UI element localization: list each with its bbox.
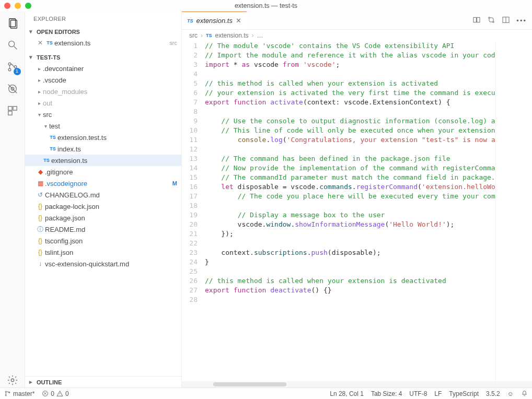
open-editors-label: OPEN EDITORS (37, 29, 80, 35)
svg-line-3 (14, 46, 17, 50)
horizontal-scrollbar[interactable] (182, 381, 532, 388)
scm-activity-icon[interactable]: 1 (5, 60, 20, 74)
workbench: 1 EXPLORER ▾ OPEN EDITORS ✕ TS extension… (0, 11, 532, 388)
git-icon: ◆ (36, 168, 45, 175)
editor-actions: ••• (472, 11, 532, 29)
file-gitignore[interactable]: ◆ .gitignore (25, 166, 181, 178)
file-changelog[interactable]: ↺ CHANGELOG.md (25, 189, 181, 201)
history-file-icon: ↺ (36, 191, 45, 198)
chevron-right-icon: ▸ (36, 66, 43, 72)
markdown-file-icon: ↓ (36, 260, 45, 267)
folder-devcontainer[interactable]: ▸ .devcontainer (25, 63, 181, 74)
chevron-down-icon: ▾ (29, 28, 34, 35)
svg-point-5 (8, 68, 11, 71)
zoom-window-icon[interactable] (25, 3, 31, 9)
encoding-status[interactable]: UTF-8 (409, 390, 427, 397)
svg-rect-10 (8, 107, 11, 110)
svg-point-16 (489, 17, 490, 18)
language-mode-status[interactable]: TypeScript (449, 390, 479, 397)
line-number-gutter: 1234567891011121314151617181920212223242… (182, 41, 205, 381)
chevron-right-icon: ▸ (29, 379, 34, 385)
debug-activity-icon[interactable] (5, 81, 20, 96)
json-file-icon: {} (36, 237, 45, 244)
file-vscodeignore[interactable]: ▦ .vscodeignore M (25, 178, 181, 189)
open-editors-section[interactable]: ▾ OPEN EDITORS (25, 26, 181, 37)
text-editor[interactable]: 1234567891011121314151617181920212223242… (182, 41, 532, 381)
folder-src[interactable]: ▾ src (25, 109, 181, 120)
outline-section[interactable]: ▸ OUTLINE (25, 376, 181, 388)
minimize-window-icon[interactable] (15, 3, 21, 9)
tab-extension-ts[interactable]: TS extension.ts ✕ (182, 11, 247, 29)
svg-point-20 (5, 391, 6, 392)
workspace-section[interactable]: ▾ TEST-TS (25, 52, 181, 63)
svg-point-21 (5, 395, 6, 396)
ts-file-icon: TS (187, 18, 193, 24)
folder-test[interactable]: ▾ test (25, 120, 181, 132)
git-branch-status[interactable]: master* (4, 390, 34, 397)
eol-status[interactable]: LF (434, 390, 442, 397)
more-actions-icon[interactable]: ••• (516, 17, 527, 25)
chevron-down-icon: ▾ (36, 112, 43, 118)
open-editor-desc: src (169, 40, 177, 46)
split-editor-icon[interactable] (502, 16, 510, 26)
chevron-down-icon: ▾ (42, 123, 49, 129)
svg-point-17 (493, 21, 494, 22)
chevron-right-icon: ▸ (36, 89, 43, 95)
close-window-icon[interactable] (4, 3, 10, 9)
breadcrumb-segment[interactable]: extension.ts (215, 32, 249, 39)
folder-out[interactable]: ▸ out (25, 97, 181, 109)
activity-bar: 1 (0, 11, 25, 388)
file-tslint[interactable]: {} tslint.json (25, 247, 181, 258)
warning-count: 0 (65, 390, 69, 397)
extensions-activity-icon[interactable] (5, 103, 20, 118)
editor-group: TS extension.ts ✕ ••• src › TS extension… (182, 11, 532, 388)
feedback-smiley-icon[interactable]: ☺ (507, 390, 514, 397)
scrollbar-thumb[interactable] (213, 382, 286, 386)
chevron-right-icon: ▸ (36, 77, 43, 83)
breadcrumb-segment[interactable]: … (257, 32, 263, 39)
chevron-right-icon: › (201, 32, 203, 39)
breadcrumb[interactable]: src › TS extension.ts › … (182, 30, 532, 41)
file-quickstart[interactable]: ↓ vsc-extension-quickstart.md (25, 258, 181, 269)
file-tsconfig[interactable]: {} tsconfig.json (25, 235, 181, 247)
breadcrumb-segment[interactable]: src (189, 32, 198, 39)
explorer-activity-icon[interactable] (5, 16, 20, 30)
close-tab-icon[interactable]: ✕ (236, 17, 241, 25)
chevron-down-icon: ▾ (29, 54, 34, 61)
compare-changes-icon[interactable] (472, 16, 481, 26)
open-editors-list: ✕ TS extension.ts src (25, 37, 181, 52)
ts-file-icon: TS (42, 158, 51, 163)
search-activity-icon[interactable] (5, 38, 20, 52)
chevron-right-icon: › (252, 32, 254, 39)
indentation-status[interactable]: Tab Size: 4 (371, 390, 402, 397)
git-compare-icon[interactable] (487, 16, 495, 26)
svg-point-2 (8, 41, 14, 47)
close-icon[interactable]: ✕ (36, 39, 45, 46)
file-extension-ts[interactable]: TS extension.ts (25, 155, 181, 166)
tab-label: extension.ts (196, 17, 233, 25)
code-content[interactable]: // The module 'vscode' contains the VS C… (205, 41, 495, 381)
problems-status[interactable]: 0 0 (42, 390, 68, 397)
file-readme[interactable]: ⓘ README.md (25, 224, 181, 235)
scm-badge: 1 (14, 68, 21, 75)
svg-point-4 (8, 63, 11, 65)
window-title: extension.ts — test-ts (0, 2, 532, 9)
folder-vscode[interactable]: ▸ .vscode (25, 74, 181, 86)
ts-file-icon: TS (45, 40, 54, 45)
file-package[interactable]: {} package.json (25, 212, 181, 224)
cursor-position-status[interactable]: Ln 28, Col 1 (330, 390, 364, 397)
status-bar: master* 0 0 Ln 28, Col 1 Tab Size: 4 UTF… (0, 388, 532, 399)
folder-node-modules[interactable]: ▸ node_modules (25, 86, 181, 97)
file-package-lock[interactable]: {} package-lock.json (25, 201, 181, 212)
sidebar-title: EXPLORER (25, 11, 181, 26)
title-bar: extension.ts — test-ts (0, 0, 532, 11)
file-index-ts[interactable]: TS index.ts (25, 143, 181, 155)
typescript-version-status[interactable]: 3.5.2 (486, 390, 500, 397)
minimap[interactable] (495, 41, 532, 381)
chevron-right-icon: ▸ (36, 100, 43, 106)
ts-file-icon: TS (206, 33, 212, 38)
notifications-bell-icon[interactable] (521, 390, 528, 397)
open-editor-item[interactable]: ✕ TS extension.ts src (25, 37, 181, 49)
file-extension-test[interactable]: TS extension.test.ts (25, 132, 181, 143)
settings-gear-icon[interactable] (5, 373, 20, 388)
